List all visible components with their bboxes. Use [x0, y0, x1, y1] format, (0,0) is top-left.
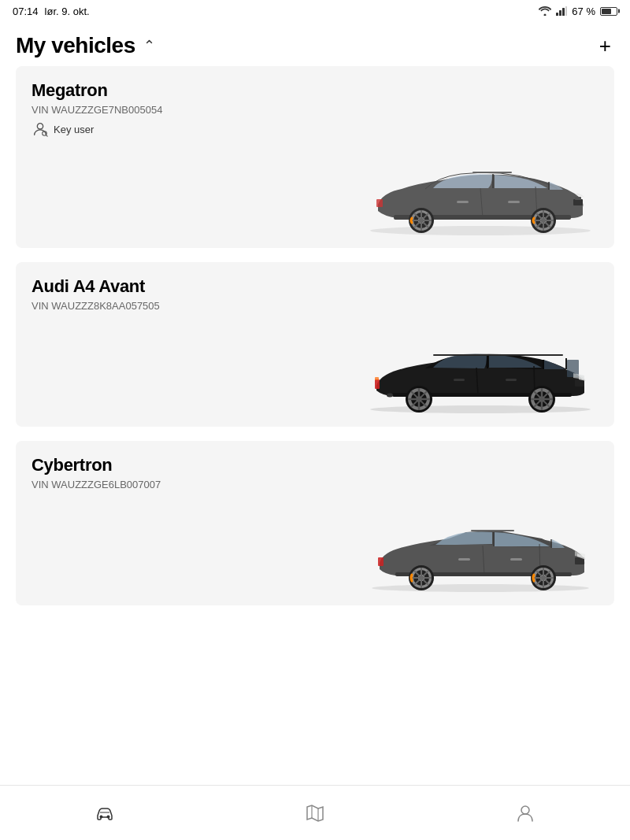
page-title: My vehicles [16, 33, 135, 58]
battery-icon [600, 7, 617, 16]
car-nav-icon [94, 802, 116, 824]
add-vehicle-button[interactable]: + [596, 35, 614, 56]
vehicle-image-audi-a4 [16, 324, 614, 427]
nav-item-vehicles[interactable] [78, 796, 132, 831]
svg-rect-42 [575, 379, 584, 387]
chevron-up-icon[interactable]: ⌃ [143, 37, 155, 54]
wifi-icon [539, 6, 551, 16]
svg-rect-34 [508, 201, 520, 203]
map-nav-icon [304, 802, 326, 824]
key-user-label: Key user [54, 124, 94, 135]
status-bar: 07:14 lør. 9. okt. 67 % [0, 0, 630, 22]
svg-rect-62 [454, 379, 465, 381]
signal-icon [556, 6, 567, 16]
svg-rect-14 [376, 199, 383, 207]
svg-point-7 [370, 226, 591, 235]
vehicle-info-cybertron: Cybertron VIN WAUZZZGE6LB007007 [16, 441, 614, 503]
vehicle-name-megatron: Megatron [32, 80, 598, 101]
vehicle-image-cybertron [16, 503, 614, 605]
header: My vehicles ⌃ + [0, 22, 630, 66]
svg-rect-3 [565, 6, 567, 16]
battery-percent: 67 % [572, 6, 595, 17]
status-icons: 67 % [539, 6, 617, 17]
profile-nav-icon [514, 802, 536, 824]
svg-rect-13 [575, 197, 581, 200]
svg-point-35 [370, 405, 591, 413]
key-user-badge: Key user [32, 120, 598, 138]
vehicle-vin-megatron: VIN WAUZZZGE7NB005054 [32, 104, 598, 116]
vehicle-card-audi-a4[interactable]: Audi A4 Avant VIN WAUZZZ8K8AA057505 [16, 262, 614, 427]
vehicle-info-audi-a4: Audi A4 Avant VIN WAUZZZ8K8AA057505 [16, 262, 614, 324]
svg-point-4 [37, 124, 43, 129]
vehicle-vin-cybertron: VIN WAUZZZGE6LB007007 [32, 479, 598, 490]
car-illustration-megatron [354, 146, 606, 240]
svg-rect-1 [559, 10, 561, 16]
car-illustration-cybertron [354, 503, 606, 598]
svg-rect-33 [457, 201, 469, 203]
vehicle-card-cybertron[interactable]: Cybertron VIN WAUZZZGE6LB007007 [16, 441, 614, 605]
svg-rect-64 [433, 354, 563, 356]
vehicle-info-megatron: Megatron VIN WAUZZZGE7NB005054 Key user [16, 66, 614, 146]
nav-item-profile[interactable] [498, 796, 552, 831]
svg-rect-43 [375, 379, 380, 389]
svg-point-66 [372, 584, 589, 592]
svg-rect-32 [472, 172, 512, 173]
svg-point-97 [521, 806, 529, 814]
svg-rect-39 [565, 358, 567, 369]
car-illustration-audi-a4 [354, 324, 606, 419]
svg-rect-0 [556, 13, 558, 16]
vehicle-name-cybertron: Cybertron [32, 455, 598, 476]
vehicles-list: Megatron VIN WAUZZZGE7NB005054 Key user [0, 66, 630, 605]
svg-rect-44 [375, 377, 379, 380]
svg-rect-91 [510, 558, 522, 561]
header-left: My vehicles ⌃ [16, 33, 155, 58]
svg-rect-2 [562, 8, 565, 16]
svg-rect-92 [471, 530, 514, 531]
vehicle-image-megatron [16, 146, 614, 248]
vehicle-card-megatron[interactable]: Megatron VIN WAUZZZGE7NB005054 Key user [16, 66, 614, 248]
status-date: lør. 9. okt. [45, 6, 90, 17]
bottom-nav [0, 785, 630, 840]
svg-rect-90 [458, 558, 470, 561]
page-content: My vehicles ⌃ + Megatron VIN WAUZZZGE7NB… [0, 22, 630, 683]
key-user-icon [32, 120, 49, 138]
svg-point-65 [387, 394, 393, 398]
status-time: 07:14 [13, 6, 39, 17]
svg-rect-72 [378, 557, 384, 566]
svg-rect-12 [573, 199, 583, 205]
svg-point-93 [100, 815, 103, 818]
svg-rect-63 [506, 379, 517, 381]
svg-point-94 [107, 815, 110, 818]
vehicle-vin-audi-a4: VIN WAUZZZ8K8AA057505 [32, 300, 598, 312]
svg-line-6 [46, 135, 47, 136]
vehicle-name-audi-a4: Audi A4 Avant [32, 276, 598, 297]
nav-item-map[interactable] [288, 796, 342, 831]
